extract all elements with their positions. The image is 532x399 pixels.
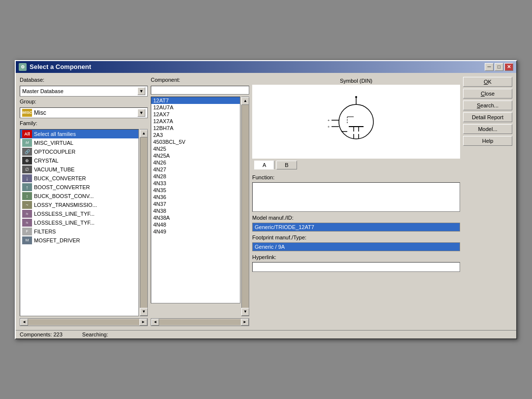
comp-item[interactable]: 12AX7A	[151, 118, 240, 125]
hyperlink-input[interactable]	[252, 262, 460, 272]
footprint-value: Generic / 9A	[252, 242, 460, 251]
title-buttons: ─ □ ✕	[485, 63, 513, 71]
comp-item[interactable]: 12AU7A	[151, 104, 240, 111]
left-panel: Database: Master Database ▼ Group: MISC …	[20, 77, 148, 326]
comp-horiz-scroll[interactable]: ◄ ►	[151, 318, 249, 326]
symbol-tab-b[interactable]: B	[276, 161, 297, 169]
family-icon-misc: M	[22, 139, 32, 147]
family-hscroll-right[interactable]: ►	[139, 319, 147, 326]
hyperlink-label: Hyperlink:	[252, 254, 460, 260]
right-panel: Symbol (DIN)	[252, 77, 460, 326]
family-hscroll-left[interactable]: ◄	[20, 319, 28, 326]
comp-item[interactable]: 4N38	[151, 207, 240, 214]
comp-item[interactable]: 4503BCL_5V	[151, 138, 240, 145]
comp-item[interactable]: 12AT7	[151, 97, 240, 104]
family-icon-vac: ∅	[22, 166, 32, 173]
family-list[interactable]: AllSelect all familiesMMISC_VIRTUAL🔗OPTO…	[20, 129, 139, 316]
comp-item[interactable]: 4N26	[151, 159, 240, 166]
comp-item[interactable]: 4N27	[151, 166, 240, 173]
comp-scrollbar[interactable]: ▲ ▼	[241, 97, 249, 316]
comp-scroll-down[interactable]: ▼	[241, 308, 249, 316]
comp-hscroll-left[interactable]: ◄	[151, 319, 159, 326]
minimize-button[interactable]: ─	[485, 63, 494, 71]
family-label-vac: VACUUM_TUBE	[34, 166, 74, 172]
family-scroll-up[interactable]: ▲	[140, 130, 148, 137]
model-section: Model manuf./ID: Generic/TRIODE_12AT7	[252, 215, 460, 232]
family-item-lossy[interactable]: ~LOSSY_TRANSMISSIO...	[20, 200, 138, 209]
family-item-mosfet[interactable]: MMOSFET_DRIVER	[20, 236, 138, 245]
comp-item[interactable]: 4N25A	[151, 152, 240, 159]
family-scroll-track	[140, 137, 147, 308]
comp-item[interactable]: 4N48	[151, 221, 240, 228]
comp-hscroll-track	[159, 319, 241, 325]
family-label-lossy: LOSSY_TRANSMISSIO...	[34, 202, 97, 208]
family-item-bb[interactable]: ↕BUCK_BOOST_CONV...	[20, 192, 138, 200]
family-label-bb: BUCK_BOOST_CONV...	[34, 193, 94, 199]
close-window-button[interactable]: ✕	[504, 63, 513, 71]
function-label: Function:	[252, 174, 460, 180]
family-label-mosfet: MOSFET_DRIVER	[34, 237, 80, 243]
comp-item[interactable]: 4N28	[151, 173, 240, 180]
family-label-filter: FILTERS	[34, 229, 56, 234]
comp-item[interactable]: 12BH7A	[151, 125, 240, 132]
comp-item[interactable]: 4N37	[151, 200, 240, 207]
comp-scroll-up[interactable]: ▲	[241, 97, 249, 105]
family-item-ll1[interactable]: ≈LOSSLESS_LINE_TYF...	[20, 209, 138, 218]
model-label: Model manuf./ID:	[252, 215, 460, 221]
family-scroll-down[interactable]: ▼	[140, 308, 148, 316]
family-item-vac[interactable]: ∅VACUUM_TUBE	[20, 165, 138, 174]
comp-hscroll-right[interactable]: ►	[241, 319, 249, 326]
family-item-crystal[interactable]: ⊕CRYSTAL	[20, 156, 138, 165]
model-button[interactable]: Model...	[463, 124, 512, 134]
comp-scroll-track	[242, 105, 249, 308]
symbol-header: Symbol (DIN)	[252, 77, 460, 85]
family-item-opto[interactable]: 🔗OPTOCOUPLER	[20, 147, 138, 156]
family-item-ll2[interactable]: ≈LOSSLESS_LINE_TYF...	[20, 218, 138, 227]
family-icon-ll2: ≈	[22, 219, 32, 227]
comp-item[interactable]: 4N35	[151, 187, 240, 194]
family-icon-bb: ↕	[22, 192, 32, 200]
detail-report-button[interactable]: Detail Report	[463, 112, 512, 122]
comp-item[interactable]: 4N25	[151, 145, 240, 152]
family-label-ll1: LOSSLESS_LINE_TYF...	[34, 211, 95, 217]
group-label: Group:	[20, 99, 148, 104]
components-count: Components: 223	[20, 332, 63, 337]
svg-text:+: +	[328, 125, 330, 129]
symbol-tab-a[interactable]: A	[254, 161, 274, 169]
help-button[interactable]: Help	[463, 136, 512, 146]
search-button[interactable]: Search...	[463, 100, 512, 110]
family-icon-buck: ↓	[22, 174, 32, 182]
maximize-button[interactable]: □	[495, 63, 503, 71]
family-item-buck[interactable]: ↓BUCK_CONVERTER	[20, 174, 138, 183]
family-horiz-scroll[interactable]: ◄ ►	[20, 318, 148, 326]
model-value: Generic/TRIODE_12AT7	[252, 223, 460, 232]
searching-label: Searching:	[82, 332, 108, 337]
component-search-input[interactable]: 12AT7	[151, 86, 249, 95]
group-selector[interactable]: MISC Misc ▼	[20, 107, 148, 118]
comp-item[interactable]: 12AX7	[151, 111, 240, 118]
family-item-misc[interactable]: MMISC_VIRTUAL	[20, 138, 138, 147]
comp-item[interactable]: 2A3	[151, 132, 240, 138]
database-label: Database:	[20, 77, 148, 83]
main-window: ⚙ Select a Component ─ □ ✕ Database: Mas…	[15, 60, 517, 339]
ok-button[interactable]: OK	[463, 77, 512, 87]
close-button[interactable]: Close	[463, 89, 512, 99]
function-text	[252, 182, 460, 212]
svg-point-10	[355, 96, 357, 98]
family-label-crystal: CRYSTAL	[34, 158, 59, 164]
database-dropdown[interactable]: Master Database ▼	[20, 86, 148, 97]
comp-item[interactable]: 4N36	[151, 194, 240, 200]
family-item-filter[interactable]: FFILTERS	[20, 227, 138, 236]
comp-item[interactable]: 4N49	[151, 228, 240, 235]
family-scrollbar[interactable]: ▲ ▼	[140, 129, 148, 316]
family-item-boost[interactable]: ↑BOOST_CONVERTER	[20, 183, 138, 192]
database-value: Master Database	[22, 88, 64, 94]
comp-item[interactable]: 4N38A	[151, 214, 240, 221]
family-icon-boost: ↑	[22, 183, 32, 191]
comp-item[interactable]: 4N33	[151, 180, 240, 187]
group-dropdown-arrow: ▼	[137, 109, 145, 117]
component-list[interactable]: 12AT712AU7A12AX712AX7A12BH7A2A34503BCL_5…	[151, 97, 240, 303]
family-item-all[interactable]: AllSelect all families	[20, 130, 138, 138]
function-section: Function:	[252, 174, 460, 212]
svg-point-0	[339, 104, 373, 139]
